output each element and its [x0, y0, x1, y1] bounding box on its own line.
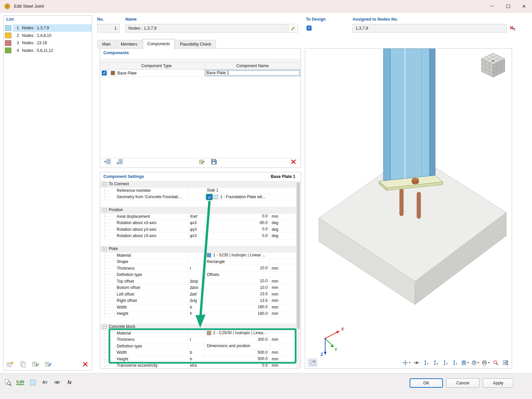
move-x-button[interactable]: x: [422, 358, 431, 367]
no-field[interactable]: 1: [97, 24, 120, 33]
visual-objects-button[interactable]: [461, 358, 470, 367]
setting-row-geometry-from-concrete-foundati[interactable]: Geometry from 'Concrete Foundati...1 - F…: [100, 194, 296, 200]
to-design-checkbox[interactable]: [307, 26, 312, 31]
close-button[interactable]: [516, 0, 532, 13]
setting-value[interactable]: 0.0: [205, 213, 270, 220]
collapse-minus-icon[interactable]: [103, 208, 106, 212]
setting-value[interactable]: 13.5: [205, 291, 270, 298]
font-settings-button[interactable]: A=: [40, 377, 50, 387]
setting-value[interactable]: 10.0: [205, 278, 270, 285]
setting-row-height[interactable]: Heighth500.0mm: [100, 356, 296, 363]
import-component-button[interactable]: [197, 158, 206, 166]
view-cube-toggle-button[interactable]: [308, 358, 317, 367]
search-settings-button[interactable]: [3, 377, 13, 387]
apply-button[interactable]: Apply: [483, 378, 513, 388]
titlebar[interactable]: Edit Steel Joint: [0, 0, 532, 13]
visibility-button[interactable]: [412, 358, 421, 367]
setting-value[interactable]: 0.0: [205, 362, 270, 368]
setting-value[interactable]: 160.0: [205, 311, 270, 317]
setting-row-shape[interactable]: ShapeRectangle: [100, 259, 296, 265]
setting-row-rotation-about-z3-axis[interactable]: Rotation about z3-axisφz30.0deg: [100, 233, 296, 239]
select-nodes-button[interactable]: [508, 24, 516, 33]
setting-row-thickness[interactable]: Thicknesst300.0mm: [100, 336, 296, 343]
color-scheme-button[interactable]: [28, 377, 37, 387]
list-item[interactable]: 1Nodes : 1,3,7,9: [4, 24, 91, 32]
list-item[interactable]: 3Nodes : 13-16: [4, 39, 91, 47]
setting-value[interactable]: 10.0: [205, 285, 270, 291]
settings-scrollbar-track[interactable]: [296, 181, 300, 368]
setting-value[interactable]: 2 - C25/30 | Isotropic | Linear Elastic: [205, 330, 270, 336]
setting-value[interactable]: 0.0: [205, 233, 270, 239]
delete-component-button[interactable]: [289, 158, 298, 166]
setting-row-definition-type[interactable]: Definition typeOffsets: [100, 272, 296, 278]
3d-viewport[interactable]: X Y Z x y: [305, 48, 512, 369]
ok-button[interactable]: OK: [410, 378, 443, 388]
column-header-component-name[interactable]: Component Name: [204, 63, 301, 69]
column-header-component-type[interactable]: Component Type: [109, 63, 204, 69]
navigation-cube[interactable]: [480, 52, 506, 78]
zoom-button[interactable]: [491, 358, 500, 367]
list-item[interactable]: 4Nodes : 5,6,11,12: [4, 47, 91, 55]
setting-value[interactable]: 500.0: [205, 349, 270, 356]
settings-group-position[interactable]: Position: [100, 207, 296, 213]
display-mode-button[interactable]: [471, 358, 480, 367]
edit-name-button[interactable]: [288, 24, 298, 33]
name-field[interactable]: Nodes : 1,3,7,9: [125, 24, 287, 33]
setting-row-width[interactable]: Widthb500.0mm: [100, 349, 296, 356]
tab-components[interactable]: Components: [143, 39, 175, 49]
setting-row-height[interactable]: Heighth160.0mm: [100, 311, 296, 317]
setting-row-axial-displacement[interactable]: Axial displacementXref0.0mm: [100, 213, 296, 220]
rotate-z-button[interactable]: z: [451, 358, 460, 367]
display-options-button[interactable]: [53, 377, 62, 387]
new-joint-button[interactable]: [6, 360, 15, 368]
collapse-minus-icon[interactable]: [103, 182, 106, 186]
setting-row-definition-type[interactable]: Definition typeDimensions and position: [100, 343, 296, 350]
setting-row-bottom-offset[interactable]: Bottom offsetΔbot10.0mm: [100, 285, 296, 291]
remove-component-row-button[interactable]: [115, 158, 124, 166]
setting-row-material[interactable]: Material2 - C25/30 | Isotropic | Linear …: [100, 330, 296, 337]
setting-row-transverse-eccentricity[interactable]: Transverse eccentricityetra0.0mm: [100, 362, 296, 368]
move-z-button[interactable]: z: [441, 358, 450, 367]
setting-row-left-offset[interactable]: Left offsetΔlef13.5mm: [100, 291, 296, 298]
setting-row-rotation-about-x3-axis[interactable]: Rotation about x3-axisφx3-90.0deg: [100, 220, 296, 226]
setting-row-right-offset[interactable]: Right offsetΔrig13.5mm: [100, 298, 296, 304]
setting-checkbox[interactable]: [207, 195, 212, 200]
setting-row-reference-member[interactable]: Reference memberStab 1: [100, 188, 296, 194]
list-item[interactable]: 2Nodes : 2,4,8,10: [4, 32, 91, 40]
maximize-button[interactable]: [500, 0, 516, 13]
setting-value[interactable]: 10.0: [205, 265, 270, 272]
tab-plausibility-check[interactable]: Plausibility Check: [175, 40, 216, 49]
print-button[interactable]: [481, 358, 490, 367]
setting-row-rotation-about-y3-axis[interactable]: Rotation about y3-axisφy30.0deg: [100, 226, 296, 233]
cancel-button[interactable]: Cancel: [446, 378, 479, 388]
setting-value[interactable]: 500.0: [205, 356, 270, 362]
setting-value[interactable]: Offsets: [205, 272, 270, 278]
setting-value[interactable]: 1 - S235 | Isotropic | Linear Elastic: [205, 252, 270, 259]
setting-value[interactable]: 300.0: [205, 336, 270, 343]
setting-row-material[interactable]: Material1 - S235 | Isotropic | Linear El…: [100, 252, 296, 259]
save-component-button[interactable]: [209, 158, 218, 166]
assigned-nodes-field[interactable]: 1,3,7,9: [352, 24, 507, 33]
setting-value[interactable]: Stab 1: [205, 188, 270, 194]
setting-value[interactable]: Rectangle: [205, 259, 270, 265]
component-name-cell[interactable]: Base Plate 1: [204, 69, 301, 76]
settings-scrollbar-thumb[interactable]: [297, 183, 300, 329]
setting-value[interactable]: 13.5: [205, 298, 270, 304]
setting-value[interactable]: -90.0: [205, 220, 270, 226]
settings-group-plate[interactable]: Plate: [100, 246, 296, 252]
setting-row-top-offset[interactable]: Top offsetΔtop10.0mm: [100, 278, 296, 285]
setting-value[interactable]: 160.0: [205, 304, 270, 311]
setting-value[interactable]: 1 - Foundation Plate without Reinf...: [205, 194, 270, 200]
collapse-minus-icon[interactable]: [103, 247, 106, 251]
settings-group-to-connect[interactable]: To Connect: [100, 181, 296, 188]
setting-value[interactable]: 0.0: [205, 226, 270, 233]
decimal-places-button[interactable]: 0,00: [16, 377, 25, 387]
setting-row-thickness[interactable]: Thicknesst10.0mm: [100, 265, 296, 272]
settings-group-concrete-block[interactable]: Concrete block: [100, 324, 296, 330]
component-checkbox[interactable]: [102, 70, 107, 75]
check-all-joints-button[interactable]: [31, 360, 40, 368]
tab-members[interactable]: Members: [116, 40, 142, 49]
insert-component-row-button[interactable]: [103, 158, 112, 166]
side-panel-button[interactable]: [501, 358, 510, 367]
setting-value[interactable]: Dimensions and position: [205, 343, 270, 349]
